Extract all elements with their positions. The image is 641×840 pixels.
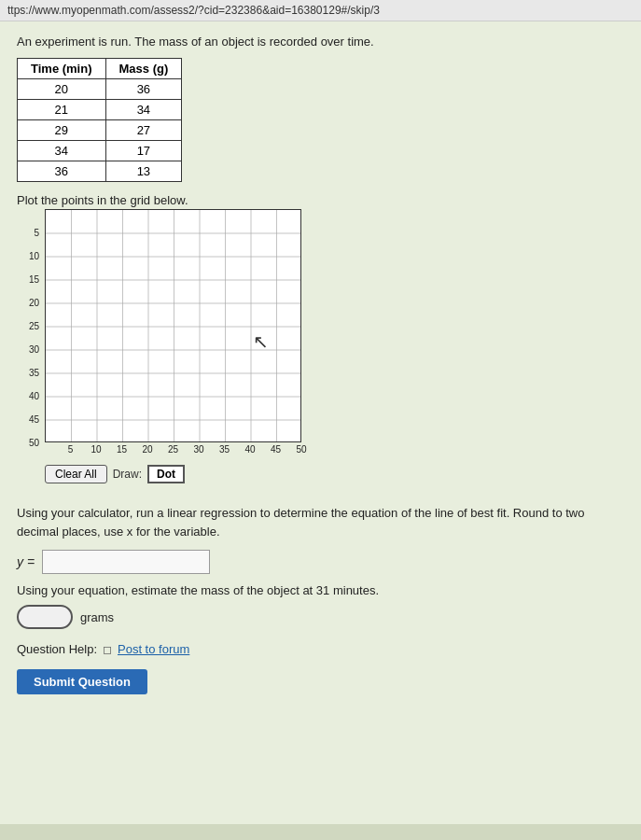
grams-input[interactable]	[17, 605, 73, 629]
table-cell: 21	[18, 100, 106, 120]
chart-area[interactable]	[45, 209, 301, 442]
table-cell: 20	[18, 79, 106, 100]
col-header-mass: Mass (g)	[105, 59, 182, 79]
equation-input[interactable]	[42, 550, 210, 574]
table-row: 3613	[18, 161, 182, 182]
y-axis-label: 45	[29, 414, 39, 425]
y-axis-label: 30	[29, 344, 39, 355]
post-icon: ◻	[103, 643, 112, 656]
url-text: ttps://www.myopenmath.com/assess2/?cid=2…	[7, 4, 380, 17]
x-axis-label: 25	[168, 444, 178, 455]
chart-container[interactable]: 5045403530252015105	[17, 209, 306, 461]
x-axis-label: 30	[193, 444, 203, 455]
submit-button[interactable]: Submit Question	[17, 669, 147, 694]
table-cell: 17	[105, 141, 182, 161]
x-axis: 5101520253035404550	[45, 444, 301, 461]
chart-controls: Clear All Draw: Dot	[45, 465, 624, 483]
estimate-section: Using your equation, estimate the mass o…	[17, 583, 624, 629]
y-axis-label: 5	[34, 228, 39, 238]
x-axis-label: 15	[117, 444, 127, 455]
y-eq-label: y =	[17, 553, 35, 572]
y-axis-label: 35	[29, 368, 39, 378]
table-row: 2927	[18, 120, 182, 141]
regression-instruction: Using your calculator, run a linear regr…	[17, 504, 624, 540]
x-axis-label: 35	[219, 444, 230, 455]
table-cell: 34	[105, 100, 182, 120]
question-help: Question Help: ◻ Post to forum	[17, 642, 624, 656]
y-axis-label: 10	[29, 251, 39, 261]
main-content: An experiment is run. The mass of an obj…	[0, 21, 641, 824]
y-axis-label: 50	[29, 438, 39, 448]
x-axis-label: 40	[244, 444, 255, 455]
draw-mode-box[interactable]: Dot	[147, 465, 185, 483]
data-table: Time (min) Mass (g) 20362134292734173613	[17, 58, 182, 182]
table-row: 2036	[18, 79, 182, 100]
y-axis-label: 20	[29, 298, 39, 308]
x-axis-label: 50	[296, 444, 306, 455]
x-axis-label: 20	[142, 444, 152, 455]
x-axis-label: 5	[68, 444, 74, 455]
table-cell: 34	[18, 141, 106, 161]
y-axis-label: 15	[29, 274, 39, 285]
y-axis-label: 25	[29, 321, 39, 331]
table-cell: 13	[105, 161, 182, 182]
clear-all-button[interactable]: Clear All	[45, 465, 107, 483]
table-cell: 36	[105, 79, 182, 100]
regression-section: Using your calculator, run a linear regr…	[17, 504, 624, 574]
col-header-time: Time (min)	[18, 59, 106, 79]
table-cell: 36	[18, 161, 106, 182]
grid-svg	[46, 210, 300, 441]
url-bar: ttps://www.myopenmath.com/assess2/?cid=2…	[0, 0, 641, 21]
grams-label: grams	[80, 610, 114, 624]
y-axis-label: 40	[29, 391, 39, 401]
x-axis-label: 10	[91, 444, 101, 455]
intro-text: An experiment is run. The mass of an obj…	[17, 35, 624, 49]
post-to-forum-link[interactable]: Post to forum	[118, 642, 189, 656]
grams-row: grams	[17, 605, 624, 629]
y-axis: 5045403530252015105	[17, 209, 43, 442]
table-cell: 27	[105, 120, 182, 141]
x-axis-label: 45	[271, 444, 281, 455]
draw-label: Draw:	[113, 468, 142, 481]
question-help-label: Question Help:	[17, 642, 97, 656]
estimate-instruction: Using your equation, estimate the mass o…	[17, 583, 624, 597]
table-row: 3417	[18, 141, 182, 161]
equation-row: y =	[17, 550, 624, 574]
table-cell: 29	[18, 120, 106, 141]
table-row: 2134	[18, 100, 182, 120]
plot-label: Plot the points in the grid below.	[17, 193, 624, 207]
